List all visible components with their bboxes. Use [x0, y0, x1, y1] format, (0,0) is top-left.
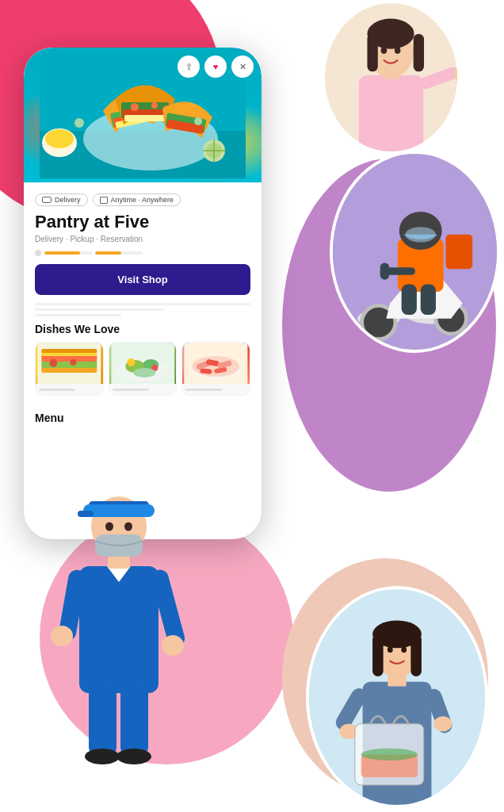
- svg-point-35: [433, 716, 452, 731]
- rating-bar: [44, 251, 92, 255]
- dish-img-salad: [109, 343, 177, 384]
- food-receiver-circle: [306, 586, 488, 808]
- dish-label-bar-2: [113, 389, 149, 391]
- rating-bar-2: [95, 251, 143, 255]
- food-hero-image: ⇧ ♥ ✕: [24, 48, 262, 182]
- svg-rect-39: [79, 566, 158, 693]
- svg-point-92: [133, 368, 155, 377]
- car-icon: [42, 197, 52, 203]
- svg-point-76: [74, 118, 84, 128]
- calendar-icon: [100, 197, 108, 204]
- svg-rect-29: [410, 634, 422, 676]
- svg-point-47: [124, 523, 132, 531]
- svg-rect-49: [120, 685, 148, 756]
- dish-label-pasta: [182, 384, 250, 395]
- dish-img-sandwich: [36, 343, 103, 384]
- delivery-tag-label: Delivery: [55, 196, 81, 204]
- time-location-tag[interactable]: Anytime · Anywhere: [93, 193, 181, 206]
- svg-rect-44: [78, 511, 94, 517]
- svg-point-7: [395, 47, 401, 54]
- dish-card-sandwich[interactable]: [35, 342, 104, 396]
- svg-point-46: [105, 523, 113, 531]
- delivery-tag[interactable]: Delivery: [35, 193, 88, 206]
- svg-point-30: [388, 646, 393, 653]
- dishes-grid: [35, 342, 250, 396]
- svg-rect-20: [421, 284, 436, 315]
- heart-icon-btn[interactable]: ♥: [204, 56, 227, 78]
- dish-label-sandwich: [36, 384, 103, 395]
- svg-rect-19: [402, 284, 417, 315]
- svg-point-84: [49, 359, 57, 367]
- svg-point-71: [131, 103, 139, 111]
- svg-rect-5: [414, 34, 424, 72]
- divider-2: [35, 308, 164, 311]
- delivery-man-figure: [24, 447, 214, 764]
- svg-rect-28: [372, 634, 384, 676]
- svg-point-53: [162, 635, 184, 656]
- svg-point-38: [361, 749, 418, 760]
- share-icon-btn[interactable]: ⇧: [178, 56, 200, 78]
- photo-action-icons: ⇧ ♥ ✕: [178, 56, 254, 78]
- salad-svg: [109, 343, 177, 384]
- dish-label-bar-3: [185, 389, 222, 391]
- main-scene: ⇧ ♥ ✕ Delivery Anytime · Anywhere: [0, 0, 504, 812]
- woman-pointing-svg: [325, 3, 457, 151]
- svg-point-77: [194, 117, 202, 125]
- svg-rect-48: [89, 685, 116, 756]
- phone-content-area: Delivery Anytime · Anywhere Pantry at Fi…: [24, 182, 262, 412]
- time-tag-label: Anytime · Anywhere: [111, 196, 174, 204]
- svg-point-60: [45, 129, 74, 148]
- svg-rect-83: [41, 349, 97, 353]
- svg-rect-4: [367, 34, 377, 72]
- sandwich-svg: [36, 343, 103, 384]
- person-woman-top-circle: [322, 0, 460, 155]
- svg-rect-43: [83, 504, 155, 517]
- close-icon-btn[interactable]: ✕: [231, 56, 254, 78]
- svg-point-100: [193, 356, 240, 377]
- dish-card-salad[interactable]: [109, 342, 178, 396]
- rating-fill: [44, 251, 80, 255]
- svg-point-90: [127, 358, 135, 366]
- svg-rect-16: [445, 235, 472, 269]
- rating-row: [35, 250, 250, 256]
- divider-1: [35, 303, 250, 305]
- svg-point-85: [70, 359, 76, 366]
- svg-point-55: [51, 626, 73, 646]
- svg-point-6: [381, 47, 388, 54]
- delivery-man-svg: [24, 447, 214, 764]
- dishes-section-title: Dishes We Love: [35, 323, 250, 335]
- dish-img-pasta: [182, 343, 250, 384]
- dish-label-salad: [109, 384, 177, 395]
- scooter-rider-circle: [330, 151, 500, 353]
- svg-point-51: [116, 749, 151, 764]
- dish-label-bar: [39, 389, 75, 391]
- menu-section: Menu: [24, 412, 262, 424]
- scooter-rider-svg: [333, 154, 497, 350]
- svg-point-50: [85, 749, 120, 764]
- food-receiver-svg: [309, 589, 485, 805]
- rating-dot: [35, 250, 41, 256]
- pasta-svg: [182, 343, 250, 384]
- menu-section-title: Menu: [35, 412, 250, 424]
- restaurant-subtitle: Delivery · Pickup · Reservation: [35, 235, 250, 243]
- rating-fill-2: [95, 251, 121, 255]
- visit-shop-button[interactable]: Visit Shop: [35, 264, 250, 295]
- svg-rect-8: [418, 65, 457, 90]
- filter-tags-row: Delivery Anytime · Anywhere: [35, 193, 250, 206]
- svg-point-31: [401, 646, 407, 653]
- svg-rect-0: [359, 75, 423, 151]
- svg-rect-70: [124, 115, 166, 121]
- svg-rect-22: [380, 262, 390, 279]
- dish-card-pasta[interactable]: [181, 342, 250, 396]
- svg-point-72: [151, 102, 158, 109]
- divider-lines: [35, 303, 250, 316]
- divider-3: [35, 314, 121, 316]
- restaurant-name-heading: Pantry at Five: [35, 213, 250, 232]
